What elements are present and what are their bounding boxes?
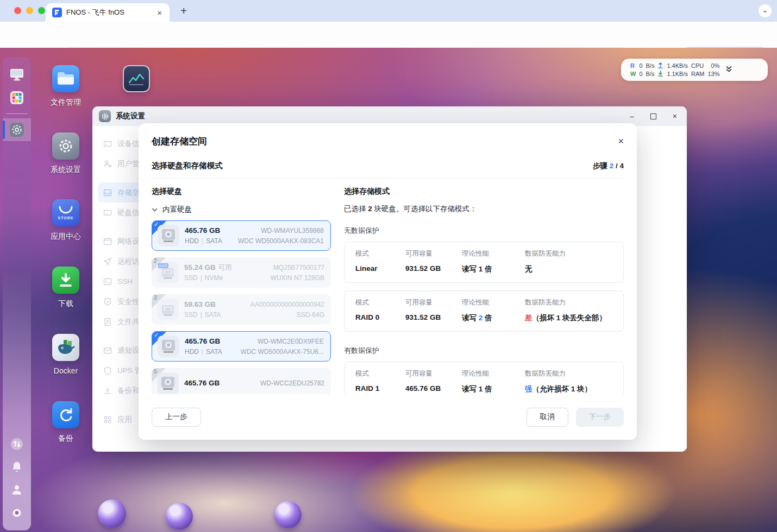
disk-serial: MQ25B77500177 (273, 263, 324, 273)
modal-title: 创建存储空间 (152, 135, 207, 148)
desktop-icon-docker[interactable]: Docker (36, 334, 96, 375)
browser-toolbar: ← → ⟳ ⚠ 不安全 192.168.9.196:5666 ☆ 有新版 Chr… (0, 22, 777, 48)
modal-header: 创建存储空间 × 选择硬盘和存储模式 步骤 2 / 4 (139, 123, 637, 178)
window-minimize-button[interactable]: – (630, 112, 634, 121)
chevron-down-icon (152, 208, 158, 212)
selection-summary: 已选择 2 块硬盘。可选择以下存储模式： (344, 204, 624, 214)
disk-model: WDC WD5000AAKX-75U6... (241, 347, 324, 357)
mode-loss-protection: 强（允许损坏 1 块） (525, 384, 612, 394)
browser-tab[interactable]: FNOS - 飞牛 fnOS × (46, 3, 170, 22)
disk-capacity: 465.76 GB (185, 336, 220, 346)
disk-number: 5 (154, 369, 157, 375)
sidebar-label: SSH (117, 277, 133, 286)
desktop-icon-download[interactable]: 下载 (36, 267, 96, 309)
disk-item-1[interactable]: ✓ 465.76 GBWD-WMAYUL359868 HDD|SATAWDC W… (152, 220, 331, 251)
mode-card-linear[interactable]: 模式 可用容量 理论性能 数据防丢能力 Linear 931.52 GB 读写 … (344, 242, 624, 283)
ram-label: RAM (690, 70, 706, 78)
svg-text:SSD: SSD (165, 270, 171, 274)
mode-performance: 读写 2 倍 (462, 313, 525, 323)
wallpaper-sphere (274, 501, 302, 528)
previous-step-button[interactable]: 上一步 (152, 408, 201, 427)
no-protection-section-label: 无数据保护 (344, 226, 624, 236)
disk-item-2: 2 fnOS SSD 55.24 GB可用MQ25B77500177 SSD|N… (152, 257, 331, 288)
app-launcher-icon[interactable] (9, 90, 25, 106)
close-window-button[interactable] (14, 7, 21, 14)
disk-capacity: 59.63 GB (184, 299, 216, 309)
mode-header: 模式 (355, 298, 405, 307)
write-value: 0 (637, 70, 644, 78)
tab-close-icon[interactable]: × (155, 8, 164, 17)
disk-item-3: 3 SSD 59.63 GBAA000000000000000942 SSD|S… (152, 294, 331, 325)
disk-number: 3 (154, 295, 157, 301)
dock-settings-gear-icon[interactable] (9, 504, 25, 521)
desktop: 文件管理 系统设置 STORE 应用中心 下载 (0, 48, 777, 532)
mode-header: 可用容量 (405, 369, 462, 378)
mode-loss-protection: 无 (525, 264, 612, 274)
tab-search-button[interactable]: ⌄ (759, 4, 772, 17)
hdd-icon (158, 335, 179, 357)
desktop-icon-label: 下载 (36, 299, 96, 309)
read-value: 0 (637, 62, 644, 70)
desktop-icon-file-manager[interactable]: 文件管理 (36, 65, 96, 107)
hdd-icon (157, 372, 179, 394)
mode-card-raid0[interactable]: 模式 可用容量 理论性能 数据防丢能力 RAID 0 931.52 GB 读写 … (344, 290, 624, 332)
widget-collapse-icon[interactable] (725, 65, 732, 75)
disk-type: HDD (185, 348, 199, 356)
disk-bus: SATA (205, 311, 221, 319)
new-tab-button[interactable]: + (177, 5, 190, 18)
mode-header: 模式 (355, 249, 405, 258)
modal-close-icon[interactable]: × (618, 136, 624, 147)
disk-serial: WD-WMAYUL359868 (261, 226, 324, 236)
hdd-icon (158, 225, 179, 246)
mode-header: 可用容量 (405, 298, 462, 307)
window-maximize-button[interactable] (650, 113, 656, 119)
window-title: 系统设置 (116, 111, 145, 121)
notifications-bell-icon[interactable] (9, 459, 25, 475)
desktop-show-icon[interactable] (9, 67, 25, 83)
read-unit: B/s (644, 62, 656, 70)
read-label: R (629, 62, 637, 70)
mode-capacity: 465.76 GB (405, 384, 462, 394)
disk-item-4[interactable]: ✓ 465.76 GBWD-WMC2E0DX9FEE HDD|SATAWDC W… (152, 331, 331, 362)
cancel-button[interactable]: 取消 (527, 408, 568, 427)
resource-monitor-icon (123, 65, 150, 92)
desktop-icon-label: Docker (36, 366, 96, 375)
sidebar-label: 应用 (117, 415, 132, 425)
disk-capacity: 55.24 GB (184, 262, 216, 273)
cpu-value: 0% (706, 62, 721, 70)
disk-column: 选择硬盘 内置硬盘 ✓ 465.76 GB (152, 187, 331, 394)
internal-disk-group-toggle[interactable]: 内置硬盘 (152, 205, 331, 214)
fullscreen-window-button[interactable] (38, 7, 45, 14)
disk-item-5[interactable]: 5 465.76 GBWD-WCC2EDU25782 (152, 368, 331, 394)
mode-card-raid1[interactable]: 模式 可用容量 理论性能 数据防丢能力 RAID 1 465.76 GB 读写 … (344, 362, 624, 394)
desktop-icon-label: 应用中心 (36, 232, 96, 242)
disk-model: WUXIN N7 128GB (271, 273, 324, 283)
disk-number: 2 (154, 258, 157, 264)
system-settings-icon (52, 132, 79, 160)
desktop-icon-app-center[interactable]: STORE 应用中心 (36, 199, 96, 242)
download-speed: 1.1KB/s (665, 70, 690, 78)
dock-bottom-group (9, 433, 25, 524)
minimize-window-button[interactable] (26, 7, 33, 14)
transfer-tasks-icon[interactable] (9, 436, 25, 452)
mode-loss-protection: 差（损坏 1 块丢失全部） (525, 313, 612, 323)
desktop-icon-resource-monitor[interactable] (106, 65, 166, 92)
system-monitor-widget[interactable]: R 0 B/s 1.4KB/s CPU 0% W 0 B/s 1.1KB/s R… (621, 59, 768, 81)
dock (3, 57, 31, 530)
user-icon[interactable] (9, 482, 25, 498)
desktop-icon-backup[interactable]: 备份 (36, 401, 96, 444)
disk-bus: NVMe (205, 274, 223, 282)
desktop-icon-label: 文件管理 (36, 98, 96, 107)
disk-serial: AA000000000000000942 (250, 300, 324, 310)
desktop-icon-system-settings[interactable]: 系统设置 (36, 132, 96, 175)
select-disk-heading: 选择硬盘 (152, 187, 331, 197)
dock-item-system-settings[interactable] (3, 118, 31, 141)
window-close-button[interactable]: × (673, 112, 677, 121)
disk-type: HDD (185, 237, 199, 245)
mode-column: 选择存储模式 已选择 2 块硬盘。可选择以下存储模式： 无数据保护 模式 可用容… (344, 187, 624, 394)
download-arrow-icon (656, 70, 665, 78)
ram-value: 13% (706, 70, 721, 78)
store-badge-text: STORE (58, 216, 74, 220)
svg-text:SSD: SSD (165, 307, 171, 311)
next-step-button[interactable]: 下一步 (576, 408, 624, 427)
